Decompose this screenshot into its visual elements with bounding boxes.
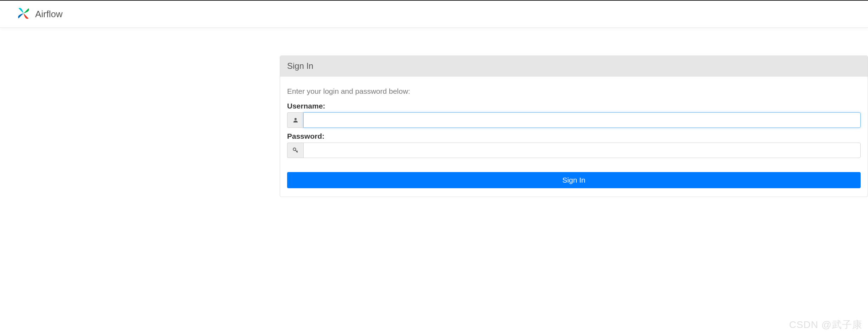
- panel-body: Enter your login and password below: Use…: [280, 77, 868, 197]
- password-input-group: [287, 143, 861, 158]
- airflow-logo-icon: [16, 6, 31, 22]
- brand-text: Airflow: [35, 9, 63, 20]
- key-icon: [287, 143, 303, 158]
- password-group: Password:: [287, 132, 861, 158]
- username-label: Username:: [287, 102, 861, 110]
- user-icon: [287, 112, 303, 128]
- watermark-text: CSDN @武子康: [789, 318, 862, 331]
- panel-title: Sign In: [280, 56, 868, 77]
- signin-button[interactable]: Sign In: [287, 172, 861, 188]
- username-input-group: [287, 112, 861, 128]
- brand[interactable]: Airflow: [16, 6, 63, 22]
- navbar: Airflow: [0, 1, 868, 28]
- password-label: Password:: [287, 132, 861, 140]
- login-instruction: Enter your login and password below:: [287, 87, 861, 96]
- signin-panel: Sign In Enter your login and password be…: [280, 55, 868, 197]
- svg-point-0: [294, 118, 297, 120]
- username-group: Username:: [287, 102, 861, 128]
- password-input[interactable]: [303, 143, 861, 158]
- username-input[interactable]: [303, 112, 861, 128]
